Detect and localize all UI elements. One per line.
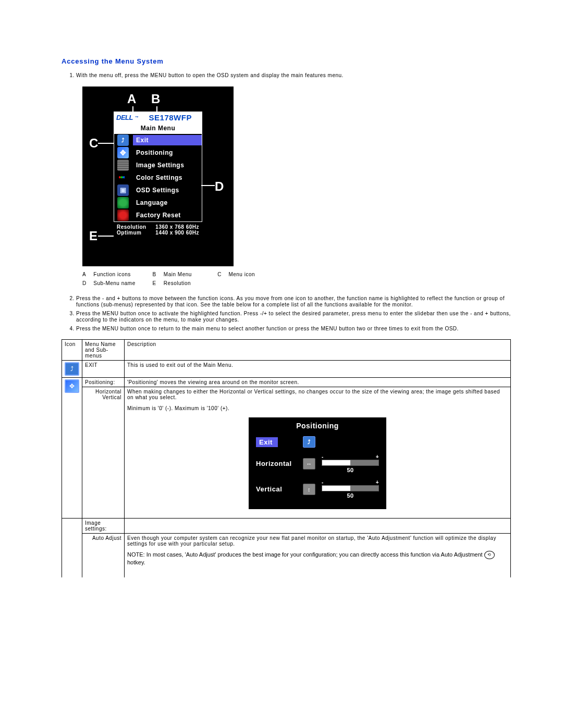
row-name: Positioning: [82,378,125,387]
step-3: Press the MENU button once to activate t… [76,311,511,324]
legend-key: E [153,280,162,286]
th-desc: Description [125,340,511,361]
legend-value: Resolution [164,280,216,286]
auto-adjust-note: NOTE: In most cases, 'Auto Adjust' produ… [127,551,508,565]
row-subs: Horizontal Vertical [82,387,125,519]
callout-line [98,143,114,144]
th-name: Menu Name and Sub-menus [82,340,125,361]
pos-desc-range: Minimum is '0' (-). Maximum is '100' (+)… [127,405,508,411]
row-sub: Auto Adjust [82,534,125,578]
legend-value: Main Menu [164,272,216,277]
row-desc [125,519,511,534]
osd-item-factory-reset: Factory Reset [114,209,202,221]
callout-e: E [89,229,98,243]
osd-item-positioning: Positioning [114,146,202,159]
slider-v-value: 50 [322,492,379,499]
osd-item-label: OSD Settings [133,185,182,195]
row-name: Image settings: [82,519,125,534]
status-resolution-label: Resolution [117,224,146,230]
row-desc: This is used to exit out of the Main Men… [125,361,511,378]
callout-legend: A Function icons B Main Menu C Menu icon… [82,272,511,286]
osd-item-language: Language [114,196,202,209]
osd-panel: DELL™ SE178WFP Main Menu ⤴ Exit Position… [114,112,202,240]
step-4: Press the MENU button once to return to … [76,326,511,332]
table-row-exit: ⤴ EXIT This is used to exit out of the M… [62,361,511,378]
callout-line [156,106,157,112]
exit-icon: ⤴ [117,134,129,146]
positioning-submenu-figure: Positioning Exit ⤴ Horizontal ↔ -+ 50 [249,417,386,509]
language-icon [117,197,129,208]
status-resolution-value: 1360 x 768 60Hz [155,224,199,230]
osd-item-image-settings: Image Settings [114,159,202,171]
legend-value: Sub-Menu name [93,280,151,286]
osd-item-label: Image Settings [133,160,187,170]
exit-icon: ⤴ [65,362,79,376]
table-row-positioning: ✥ Positioning: 'Positioning' moves the v… [62,378,511,387]
callout-line [132,106,133,112]
row-desc: 'Positioning' moves the viewing area aro… [125,378,511,387]
table-row-image-settings: Image settings: [62,519,511,534]
positioning-icon: ✥ [65,379,79,393]
legend-key: C [217,272,227,277]
osd-status: Resolution 1360 x 768 60Hz Optimum 1440 … [114,222,202,240]
osd-settings-icon [117,184,129,196]
pos-desc-sub: When making changes to either the Horizo… [127,389,508,400]
legend-key: D [82,280,92,286]
callout-a: A [127,92,137,106]
osd-item-osd-settings: OSD Settings [114,184,202,196]
status-optimum-label: Optimum [117,230,141,236]
menu-description-table: Icon Menu Name and Sub-menus Description… [62,339,511,577]
horizontal-arrows-icon: ↔ [303,458,315,470]
sub-exit-label: Exit [256,437,278,447]
sub-row-vertical: Vertical ↕ -+ 50 [249,476,386,502]
steps-list-bottom: Press the - and + buttons to move betwee… [62,295,511,332]
sub-row-exit: Exit ⤴ [249,433,386,451]
osd-item-label: Language [133,198,171,208]
dell-logo: DELL [116,114,133,121]
legend-key: A [82,272,92,277]
slider-h-value: 50 [322,467,379,473]
color-settings-icon [117,172,129,183]
osd-main-menu-figure: A B C D E DELL™ SE178WFP Main Menu ⤴ Exi… [82,87,234,266]
row-desc: Even though your computer system can rec… [125,534,511,578]
callout-line [98,236,114,237]
osd-item-label: Factory Reset [133,210,184,220]
step-1: With the menu off, press the MENU button… [76,72,511,79]
sub-figure-title: Positioning [249,421,386,433]
osd-item-label: Color Settings [133,172,186,183]
callout-line [201,185,215,186]
table-row-auto-adjust: Auto Adjust Even though your computer sy… [62,534,511,578]
exit-icon: ⤴ [303,436,315,448]
trademark: ™ [135,116,139,119]
callout-d: D [215,179,224,194]
auto-adjust-desc: Even though your computer system can rec… [127,535,508,547]
factory-reset-icon [117,209,129,221]
legend-key: B [153,272,162,277]
sub-row-horizontal: Horizontal ↔ -+ 50 [249,451,386,476]
row-desc: When making changes to either the Horizo… [125,387,511,519]
positioning-icon [117,147,129,158]
table-header-row: Icon Menu Name and Sub-menus Description [62,340,511,361]
image-settings-icon [117,159,129,171]
auto-adjust-hotkey-icon: ⟲ [484,551,495,559]
row-name: EXIT [82,361,125,378]
table-row-positioning-sub: Horizontal Vertical When making changes … [62,387,511,519]
osd-menu-list: ⤴ Exit Positioning Image Settings Color … [114,133,202,222]
slider-horizontal: -+ 50 [322,454,379,473]
legend-value: Menu icon [228,272,255,277]
status-optimum-value: 1440 x 900 60Hz [155,230,199,236]
osd-item-color-settings: Color Settings [114,171,202,184]
osd-header: DELL™ SE178WFP [114,112,202,124]
osd-item-exit: ⤴ Exit [114,134,202,146]
callout-b: B [151,92,161,106]
slider-vertical: -+ 50 [322,479,379,499]
osd-title: Main Menu [114,124,202,133]
osd-item-label: Exit [133,135,202,145]
vertical-arrows-icon: ↕ [303,484,315,495]
legend-value: Function icons [93,272,151,277]
sub-h-label: Horizontal [256,460,303,467]
step-2: Press the - and + buttons to move betwee… [76,295,511,309]
osd-item-label: Positioning [133,147,176,158]
section-heading: Accessing the Menu System [62,57,511,65]
steps-list-top: With the menu off, press the MENU button… [62,72,511,79]
